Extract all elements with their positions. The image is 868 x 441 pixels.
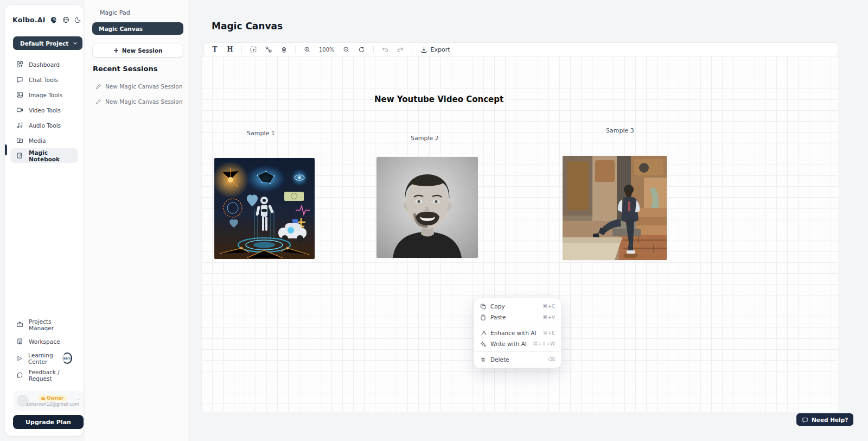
text-tool-glyph: T bbox=[213, 46, 218, 53]
toolbar-divider bbox=[241, 46, 242, 53]
toolbar-divider bbox=[295, 46, 296, 53]
magic-wand-icon bbox=[480, 330, 486, 336]
undo-button[interactable] bbox=[379, 44, 392, 55]
recent-session-item[interactable]: New Magic Canvas Session bbox=[95, 81, 185, 92]
sidebar-item-learning-center[interactable]: Learning Center 66% bbox=[10, 350, 78, 366]
sample-1-label[interactable]: Sample 1 bbox=[247, 130, 275, 137]
context-menu-shortcut: ⌘+⇧+W bbox=[533, 341, 555, 346]
sample-2-label[interactable]: Sample 2 bbox=[411, 135, 439, 142]
sidebar-item-projects-manager[interactable]: Projects Manager bbox=[10, 317, 78, 332]
sample-1-image[interactable] bbox=[214, 158, 315, 259]
building-icon bbox=[16, 338, 23, 345]
briefcase-icon bbox=[16, 321, 23, 328]
zoom-level: 100% bbox=[316, 47, 338, 53]
zoom-in-icon bbox=[304, 46, 311, 53]
copy-icon bbox=[480, 304, 486, 310]
user-email: zoharvan12@gmail.com bbox=[27, 402, 79, 407]
context-menu-shortcut: ⌘+C bbox=[542, 304, 555, 309]
sidebar-item-media[interactable]: Media bbox=[10, 133, 78, 148]
media-folder-icon bbox=[16, 137, 23, 144]
sidebar-item-label: Learning Center bbox=[28, 352, 56, 365]
tab-magic-canvas[interactable]: Magic Canvas bbox=[92, 22, 183, 35]
image-icon bbox=[16, 91, 23, 98]
new-session-label: New Session bbox=[122, 47, 163, 54]
canvas-toolbar: T H 100% Export bbox=[203, 42, 838, 56]
reset-view-button[interactable] bbox=[355, 44, 368, 55]
context-menu-label: Enhance with AI bbox=[490, 330, 539, 336]
sidebar-item-image-tools[interactable]: Image Tools bbox=[10, 87, 78, 102]
sidebar-item-magic-notebook[interactable]: Magic Notebook bbox=[10, 148, 78, 163]
sidebar-item-dashboard[interactable]: Dashboard bbox=[10, 57, 78, 72]
select-tool-button[interactable] bbox=[247, 44, 260, 55]
user-account-card[interactable]: Owner zoharvan12@gmail.com ⌃ bbox=[13, 390, 84, 411]
sample-3-image[interactable] bbox=[563, 156, 667, 260]
context-menu-item-delete[interactable]: Delete ⌫ bbox=[474, 354, 561, 365]
connector-tool-button[interactable] bbox=[262, 44, 275, 55]
recent-session-item[interactable]: New Magic Canvas Session bbox=[95, 96, 185, 107]
redo-icon bbox=[397, 46, 404, 53]
sidebar-item-audio-tools[interactable]: Audio Tools bbox=[10, 118, 78, 133]
context-menu-label: Copy bbox=[490, 303, 538, 310]
video-icon bbox=[16, 106, 23, 114]
paste-icon bbox=[480, 314, 486, 320]
context-menu-item-enhance-with-ai[interactable]: Enhance with AI ⌘+E bbox=[474, 327, 561, 338]
brand-logo-text: Kolbo.AI bbox=[12, 16, 46, 24]
redo-button[interactable] bbox=[394, 44, 407, 55]
context-menu-shortcut: ⌘+E bbox=[543, 330, 555, 336]
upgrade-plan-button[interactable]: Upgrade Plan bbox=[13, 415, 84, 429]
help-chat-icon bbox=[802, 417, 808, 423]
project-selector[interactable]: Default Project bbox=[13, 36, 82, 50]
need-help-label: Need Help? bbox=[812, 417, 848, 423]
toolbar-divider bbox=[373, 46, 374, 53]
download-icon bbox=[420, 46, 427, 53]
tab-magic-pad[interactable]: Magic Pad bbox=[98, 8, 132, 17]
sparkles-icon bbox=[480, 341, 486, 347]
sidebar-item-label: Feedback / Request bbox=[29, 369, 72, 382]
sidebar-item-feedback-request[interactable]: Feedback / Request bbox=[10, 367, 78, 383]
sample-2-image[interactable] bbox=[376, 157, 478, 258]
context-menu-shortcut: ⌫ bbox=[548, 357, 555, 362]
delete-tool-button[interactable] bbox=[277, 44, 290, 55]
sidebar-item-chat-tools[interactable]: Chat Tools bbox=[10, 72, 78, 87]
owner-role-badge: Owner bbox=[38, 395, 67, 401]
chevron-down-icon bbox=[73, 41, 78, 46]
canvas-heading[interactable]: New Youtube Video Concept bbox=[374, 94, 503, 104]
zoom-in-button[interactable] bbox=[301, 44, 314, 55]
text-tool-button[interactable]: T bbox=[208, 44, 221, 55]
dark-mode-moon-icon[interactable] bbox=[74, 16, 81, 23]
export-button[interactable]: Export bbox=[417, 46, 454, 53]
sidebar-item-label: Projects Manager bbox=[29, 318, 72, 331]
audio-icon bbox=[16, 122, 23, 129]
toolbar-divider bbox=[412, 46, 412, 53]
context-menu-divider bbox=[474, 351, 561, 352]
sidebar-item-video-tools[interactable]: Video Tools bbox=[10, 103, 78, 117]
connector-nodes-icon bbox=[265, 46, 272, 53]
secondary-nav: Projects Manager Workspace Learning Cent… bbox=[10, 317, 78, 383]
context-menu-item-write-with-ai[interactable]: Write with AI ⌘+⇧+W bbox=[474, 338, 561, 349]
new-session-button[interactable]: New Session bbox=[92, 43, 183, 58]
language-globe-icon[interactable] bbox=[62, 16, 69, 23]
play-icon bbox=[16, 355, 23, 362]
zoom-out-button[interactable] bbox=[340, 44, 353, 55]
brand-head-icon bbox=[49, 16, 58, 24]
sidebar-item-label: Media bbox=[29, 137, 46, 144]
context-menu-item-paste[interactable]: Paste ⌘+V bbox=[474, 312, 561, 323]
owner-role-label: Owner bbox=[47, 395, 63, 401]
crown-icon bbox=[41, 396, 46, 400]
context-menu-label: Paste bbox=[490, 314, 538, 320]
need-help-button[interactable]: Need Help? bbox=[796, 413, 853, 426]
heading-tool-button[interactable]: H bbox=[224, 44, 237, 55]
context-menu-item-copy[interactable]: Copy ⌘+C bbox=[474, 301, 561, 312]
sidebar-item-workspace[interactable]: Workspace bbox=[10, 333, 78, 349]
feedback-bubble-icon bbox=[16, 371, 23, 379]
undo-icon bbox=[381, 46, 389, 53]
sample-3-label[interactable]: Sample 3 bbox=[606, 127, 634, 134]
user-card-chevron-icon: ⌃ bbox=[76, 398, 80, 403]
rotate-reset-icon bbox=[358, 46, 365, 53]
context-menu-label: Write with AI bbox=[490, 341, 528, 347]
recent-sessions-header: Recent Sessions bbox=[93, 65, 157, 73]
sidebar-item-label: Workspace bbox=[29, 338, 60, 345]
primary-nav: Dashboard Chat Tools Image Tools Video T… bbox=[10, 57, 78, 163]
context-menu-label: Delete bbox=[490, 356, 544, 363]
pencil-icon bbox=[95, 84, 101, 90]
